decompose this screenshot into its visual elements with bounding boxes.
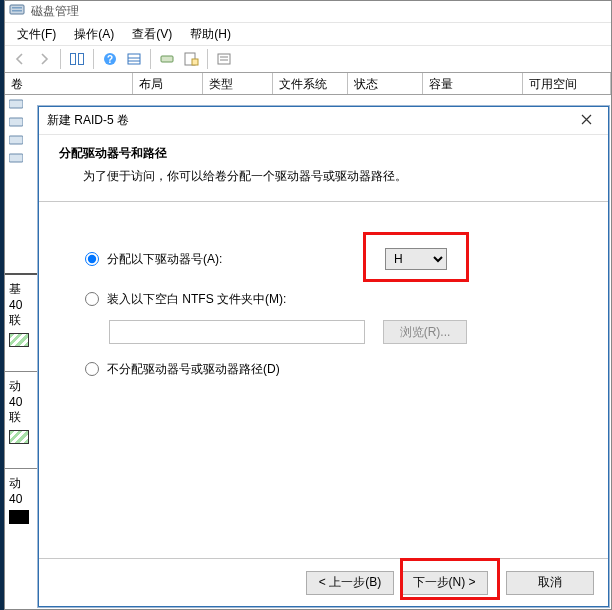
col-filesystem[interactable]: 文件系统 bbox=[273, 73, 348, 94]
option-mount-folder-row: 装入以下空白 NTFS 文件夹中(M): bbox=[85, 288, 582, 310]
menu-action[interactable]: 操作(A) bbox=[66, 24, 122, 45]
browse-button: 浏览(R)... bbox=[383, 320, 467, 344]
volume-icon bbox=[9, 152, 23, 164]
col-type[interactable]: 类型 bbox=[203, 73, 273, 94]
option-assign-letter-row: 分配以下驱动器号(A): bbox=[85, 248, 582, 270]
wizard-subheading: 为了便于访问，你可以给卷分配一个驱动器号或驱动器路径。 bbox=[83, 168, 588, 185]
svg-text:?: ? bbox=[107, 54, 113, 65]
main-toolbar: ? bbox=[5, 45, 611, 73]
unallocated-icon bbox=[9, 510, 29, 524]
svg-rect-1 bbox=[12, 7, 22, 9]
col-volume[interactable]: 卷 bbox=[5, 73, 133, 94]
menu-view[interactable]: 查看(V) bbox=[124, 24, 180, 45]
toolbar-grid-icon[interactable] bbox=[123, 48, 145, 70]
wizard-heading: 分配驱动器号和路径 bbox=[59, 145, 588, 162]
wizard-footer: < 上一步(B) 下一步(N) > 取消 bbox=[39, 558, 608, 606]
wizard-titlebar: 新建 RAID-5 卷 bbox=[39, 107, 608, 135]
option-no-assign-row: 不分配驱动器号或驱动器路径(D) bbox=[85, 358, 582, 380]
option-no-assign-label: 不分配驱动器号或驱动器路径(D) bbox=[107, 361, 280, 378]
svg-rect-0 bbox=[10, 5, 24, 14]
toolbar-list-icon[interactable] bbox=[213, 48, 235, 70]
svg-rect-3 bbox=[71, 54, 76, 65]
drive-letter-select[interactable]: H bbox=[385, 248, 447, 270]
volume-icon bbox=[9, 98, 23, 110]
back-button[interactable]: < 上一步(B) bbox=[306, 571, 394, 595]
svg-rect-7 bbox=[128, 54, 140, 64]
radio-mount-folder[interactable] bbox=[85, 292, 99, 306]
svg-rect-4 bbox=[79, 54, 84, 65]
col-status[interactable]: 状态 bbox=[348, 73, 423, 94]
menu-file[interactable]: 文件(F) bbox=[9, 24, 64, 45]
svg-rect-17 bbox=[9, 118, 23, 126]
toolbar-separator bbox=[150, 49, 151, 69]
option-assign-letter-label: 分配以下驱动器号(A): bbox=[107, 251, 222, 268]
close-button[interactable] bbox=[564, 107, 608, 135]
wizard-title: 新建 RAID-5 卷 bbox=[47, 112, 129, 129]
raid5-wizard-dialog: 新建 RAID-5 卷 分配驱动器号和路径 为了便于访问，你可以给卷分配一个驱动… bbox=[38, 106, 609, 607]
help-icon[interactable]: ? bbox=[99, 48, 121, 70]
col-free[interactable]: 可用空间 bbox=[523, 73, 611, 94]
volume-list-headers: 卷 布局 类型 文件系统 状态 容量 可用空间 bbox=[5, 73, 611, 95]
disk-mgmt-icon bbox=[9, 2, 25, 21]
main-menubar: 文件(F) 操作(A) 查看(V) 帮助(H) bbox=[5, 23, 611, 45]
next-button[interactable]: 下一步(N) > bbox=[400, 571, 488, 595]
mount-folder-input bbox=[109, 320, 365, 344]
main-titlebar: 磁盘管理 bbox=[5, 1, 611, 23]
toolbar-separator bbox=[93, 49, 94, 69]
toolbar-panes-icon[interactable] bbox=[66, 48, 88, 70]
close-icon bbox=[581, 114, 592, 128]
toolbar-properties-icon[interactable] bbox=[180, 48, 202, 70]
toolbar-separator bbox=[207, 49, 208, 69]
svg-rect-19 bbox=[9, 154, 23, 162]
forward-icon bbox=[33, 48, 55, 70]
volume-icon bbox=[9, 134, 23, 146]
main-title: 磁盘管理 bbox=[31, 3, 79, 20]
col-layout[interactable]: 布局 bbox=[133, 73, 203, 94]
wizard-content: 分配以下驱动器号(A): H 装入以下空白 NTFS 文件夹中(M): 浏览(R… bbox=[39, 202, 608, 380]
toolbar-separator bbox=[60, 49, 61, 69]
radio-assign-letter[interactable] bbox=[85, 252, 99, 266]
disk-hatch-icon bbox=[9, 333, 29, 347]
svg-rect-10 bbox=[161, 56, 173, 62]
svg-rect-16 bbox=[9, 100, 23, 108]
radio-no-assign[interactable] bbox=[85, 362, 99, 376]
volume-icon bbox=[9, 116, 23, 128]
disk-hatch-icon bbox=[9, 430, 29, 444]
back-icon bbox=[9, 48, 31, 70]
svg-rect-2 bbox=[12, 10, 22, 12]
svg-rect-12 bbox=[192, 59, 198, 65]
col-capacity[interactable]: 容量 bbox=[423, 73, 523, 94]
svg-rect-18 bbox=[9, 136, 23, 144]
cancel-button[interactable]: 取消 bbox=[506, 571, 594, 595]
toolbar-drive-icon[interactable] bbox=[156, 48, 178, 70]
wizard-header: 分配驱动器号和路径 为了便于访问，你可以给卷分配一个驱动器号或驱动器路径。 bbox=[39, 135, 608, 202]
menu-help[interactable]: 帮助(H) bbox=[182, 24, 239, 45]
option-mount-folder-label: 装入以下空白 NTFS 文件夹中(M): bbox=[107, 291, 286, 308]
svg-rect-13 bbox=[218, 54, 230, 64]
